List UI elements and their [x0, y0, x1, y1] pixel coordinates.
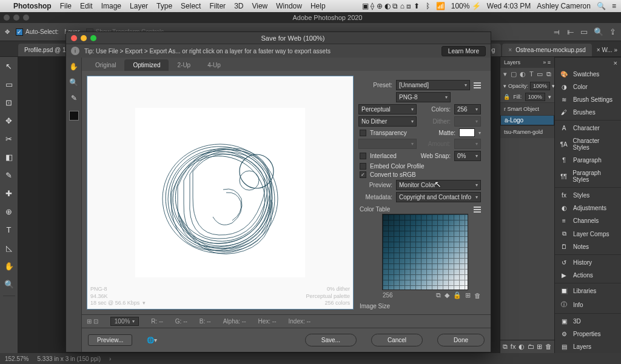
- distribute-icon[interactable]: ⫦: [566, 27, 574, 36]
- auto-select-check[interactable]: ✓Auto-Select:: [16, 28, 58, 36]
- tab-2up[interactable]: 2-Up: [169, 59, 199, 71]
- preset-menu-icon[interactable]: [474, 82, 481, 88]
- panel-layers[interactable]: ▤Layers: [555, 340, 621, 353]
- sfw-canvas[interactable]: [87, 76, 354, 309]
- link-layers-icon[interactable]: ⧉: [503, 343, 508, 351]
- save-button[interactable]: Save...: [305, 334, 357, 346]
- tool-gradient[interactable]: ⊕: [2, 205, 16, 218]
- menu-type[interactable]: Type: [156, 2, 172, 10]
- panel-channels[interactable]: ≡Channels: [555, 214, 621, 227]
- tool-crop[interactable]: ✥: [2, 114, 16, 127]
- menu-help[interactable]: Help: [310, 2, 326, 10]
- panel-brushes[interactable]: 🖌Brushes: [555, 106, 621, 119]
- tab-optimized[interactable]: Optimized: [124, 59, 169, 71]
- tool-pen[interactable]: ◺: [2, 241, 16, 254]
- search-icon[interactable]: 🔍: [594, 27, 603, 36]
- window-controls[interactable]: [4, 15, 29, 21]
- sfw-grid-icon[interactable]: ⊞ ⊡: [87, 318, 98, 325]
- bluetooth-icon[interactable]: ᛒ: [426, 2, 430, 10]
- tool-type[interactable]: T: [2, 223, 16, 236]
- share-icon[interactable]: ⇪: [609, 27, 616, 36]
- ct-icon-1[interactable]: ⧉: [436, 291, 441, 299]
- layer-fx-icon[interactable]: fx: [511, 343, 516, 351]
- menu-3d[interactable]: 3D: [234, 2, 243, 10]
- layer-item-3[interactable]: tsu-Ramen-gold: [500, 125, 554, 138]
- interlaced-check[interactable]: [360, 153, 366, 159]
- tab-4up[interactable]: 4-Up: [199, 59, 229, 71]
- panel-paragraph[interactable]: ¶Paragraph: [555, 154, 621, 167]
- layer-item-2[interactable]: a-Logo: [500, 115, 554, 125]
- panel-properties[interactable]: ⚙Properties: [555, 328, 621, 340]
- sfw-titlebar[interactable]: Save for Web (100%): [66, 32, 491, 44]
- sfw-zoom-tool[interactable]: 🔍: [69, 77, 79, 88]
- browser-icon[interactable]: 🌐▾: [147, 337, 157, 343]
- panel-brush-settings[interactable]: ≋Brush Settings: [555, 93, 621, 106]
- color-table-menu-icon[interactable]: [474, 207, 481, 213]
- menu-select[interactable]: Select: [181, 2, 201, 10]
- ct-trash-icon[interactable]: 🗑: [474, 292, 481, 299]
- lock-icons[interactable]: 🔒: [503, 94, 510, 100]
- panel-character-styles[interactable]: ¶ACharacter Styles: [555, 134, 621, 154]
- sfw-hand-tool[interactable]: ✋: [69, 61, 79, 72]
- panel-libraries[interactable]: 🔲Libraries: [555, 285, 621, 297]
- tool-stamp[interactable]: ✚: [2, 187, 16, 200]
- learn-more-button[interactable]: Learn More: [441, 46, 486, 56]
- panel-notes[interactable]: 🗒Notes: [555, 240, 621, 253]
- tool-hand[interactable]: ✋: [2, 259, 16, 273]
- spotlight-icon[interactable]: 🔍: [597, 2, 606, 10]
- opacity-value[interactable]: 100%: [530, 82, 550, 90]
- convert-check[interactable]: [360, 171, 366, 178]
- menu-filter[interactable]: Filter: [209, 2, 226, 10]
- zoom-level[interactable]: 152.57%: [5, 356, 29, 362]
- fill-value[interactable]: 100%: [525, 93, 545, 101]
- embed-check[interactable]: [360, 163, 366, 170]
- tab-ostrea[interactable]: ×Ostrea-menu-mockup.psd: [502, 44, 591, 56]
- tool-brush[interactable]: ✎: [2, 168, 16, 182]
- user-name[interactable]: Ashley Cameron: [537, 2, 591, 10]
- layers-menu-icon[interactable]: » ≡: [543, 59, 551, 65]
- menu-extras-icon[interactable]: ≡: [612, 2, 616, 10]
- preview-button[interactable]: Preview...: [88, 334, 132, 346]
- menu-layer[interactable]: Layer: [130, 2, 148, 10]
- tool-frame[interactable]: ✂: [2, 132, 16, 145]
- panel-color[interactable]: ◑Color: [555, 81, 621, 93]
- tool-zoom[interactable]: 🔍: [2, 277, 16, 291]
- transparency-check[interactable]: [360, 130, 366, 136]
- tool-lasso[interactable]: ⊡: [2, 96, 16, 109]
- panel-layer-comps[interactable]: ⧉Layer Comps: [555, 227, 621, 240]
- trash-icon[interactable]: 🗑: [545, 343, 552, 351]
- metadata-select[interactable]: Copyright and Contact Info▾: [396, 192, 481, 202]
- sfw-zoom-select[interactable]: 100%▾: [110, 317, 139, 326]
- panel-close-icon[interactable]: ×: [614, 59, 617, 67]
- tab-original[interactable]: Original: [87, 59, 124, 71]
- dither-select[interactable]: No Dither▾: [358, 116, 417, 127]
- menu-app[interactable]: Photoshop: [13, 2, 52, 10]
- done-button[interactable]: Done: [437, 334, 485, 346]
- new-layer-icon[interactable]: ⊞: [537, 343, 542, 351]
- panel-history[interactable]: ↺History: [555, 256, 621, 269]
- layer-kind-type-icon[interactable]: T: [529, 70, 534, 78]
- tool-move[interactable]: ↖: [2, 59, 16, 73]
- panel-adjustments[interactable]: ◐Adjustments: [555, 202, 621, 214]
- ct-icon-4[interactable]: ⊞: [465, 291, 471, 299]
- reduction-select[interactable]: Perceptual▾: [358, 104, 417, 114]
- layer-filter-icon[interactable]: ▾: [503, 70, 507, 78]
- menu-edit[interactable]: Edit: [80, 2, 93, 10]
- sfw-eyedropper-tool[interactable]: ✎: [69, 93, 79, 104]
- panel-styles[interactable]: fxStyles: [555, 189, 621, 202]
- wifi-icon[interactable]: 📶: [436, 2, 445, 10]
- panel-character[interactable]: ACharacter: [555, 122, 621, 134]
- tool-eyedrop[interactable]: ◧: [2, 150, 16, 164]
- panel-paragraph-styles[interactable]: ¶¶Paragraph Styles: [555, 167, 621, 186]
- panel-info[interactable]: ⓘInfo: [555, 297, 621, 312]
- sfw-color-swatch[interactable]: [69, 111, 79, 121]
- menu-view[interactable]: View: [252, 2, 267, 10]
- ct-icon-3[interactable]: 🔒: [453, 291, 462, 299]
- panel-actions[interactable]: ▶Actions: [555, 269, 621, 282]
- layer-kind-img-icon[interactable]: ▢: [511, 70, 517, 78]
- tool-marquee[interactable]: ▭: [2, 78, 16, 91]
- ct-icon-2[interactable]: ◆: [445, 291, 449, 299]
- layer-kind-smart-icon[interactable]: ⧉: [546, 70, 551, 78]
- layer-kind-adj-icon[interactable]: ◐: [520, 70, 526, 78]
- preview-select[interactable]: Monitor Color▾ ↖: [396, 180, 481, 190]
